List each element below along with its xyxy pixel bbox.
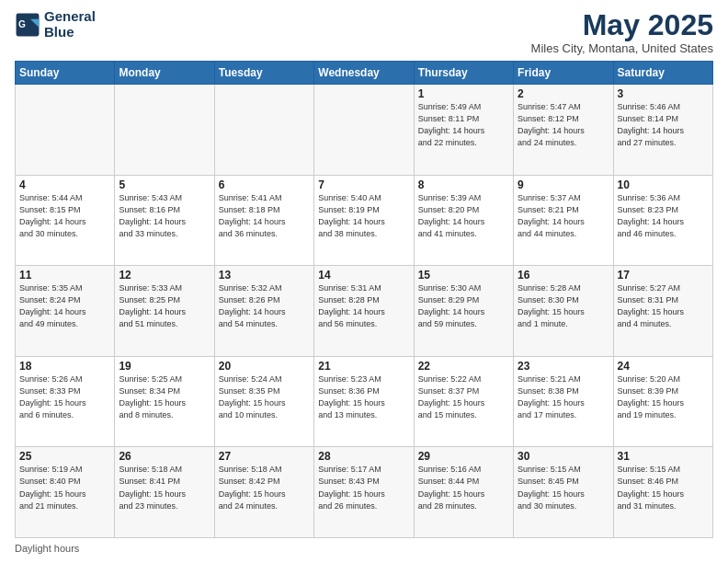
title-block: May 2025 Miles City, Montana, United Sta… [531,9,713,55]
day-info: Sunrise: 5:19 AM Sunset: 8:40 PM Dayligh… [19,464,110,511]
calendar-header-wednesday: Wednesday [314,62,414,85]
day-number: 20 [219,360,310,373]
calendar-cell-w5-d2: 26Sunrise: 5:18 AM Sunset: 8:41 PM Dayli… [115,447,214,538]
calendar-cell-w2-d2: 5Sunrise: 5:43 AM Sunset: 8:16 PM Daylig… [115,175,214,266]
day-number: 18 [19,360,110,373]
day-number: 23 [518,360,609,373]
day-info: Sunrise: 5:36 AM Sunset: 8:23 PM Dayligh… [618,192,709,240]
calendar-cell-w4-d4: 21Sunrise: 5:23 AM Sunset: 8:36 PM Dayli… [314,356,414,447]
day-number: 13 [219,269,310,282]
day-number: 25 [19,450,110,463]
calendar-cell-w3-d6: 16Sunrise: 5:28 AM Sunset: 8:30 PM Dayli… [514,266,613,357]
day-number: 4 [19,178,110,191]
calendar-table: SundayMondayTuesdayWednesdayThursdayFrid… [15,61,713,538]
calendar-cell-w3-d1: 11Sunrise: 5:35 AM Sunset: 8:24 PM Dayli… [16,266,115,357]
calendar-cell-w4-d5: 22Sunrise: 5:22 AM Sunset: 8:37 PM Dayli… [414,356,513,447]
day-info: Sunrise: 5:21 AM Sunset: 8:38 PM Dayligh… [518,373,609,421]
calendar-week-2: 4Sunrise: 5:44 AM Sunset: 8:15 PM Daylig… [16,175,713,266]
calendar-cell-w5-d4: 28Sunrise: 5:17 AM Sunset: 8:43 PM Dayli… [314,447,414,538]
day-number: 15 [418,269,509,282]
calendar-cell-w4-d2: 19Sunrise: 5:25 AM Sunset: 8:34 PM Dayli… [115,356,214,447]
calendar-cell-w4-d7: 24Sunrise: 5:20 AM Sunset: 8:39 PM Dayli… [613,356,712,447]
day-info: Sunrise: 5:46 AM Sunset: 8:14 PM Dayligh… [618,101,709,149]
calendar-cell-w4-d3: 20Sunrise: 5:24 AM Sunset: 8:35 PM Dayli… [214,356,313,447]
calendar-cell-w1-d5: 1Sunrise: 5:49 AM Sunset: 8:11 PM Daylig… [414,85,513,176]
calendar-cell-w1-d7: 3Sunrise: 5:46 AM Sunset: 8:14 PM Daylig… [613,85,712,176]
calendar-header-saturday: Saturday [613,62,712,85]
calendar-cell-w2-d4: 7Sunrise: 5:40 AM Sunset: 8:19 PM Daylig… [314,175,414,266]
day-number: 27 [219,450,310,463]
calendar-cell-w4-d6: 23Sunrise: 5:21 AM Sunset: 8:38 PM Dayli… [514,356,613,447]
day-info: Sunrise: 5:23 AM Sunset: 8:36 PM Dayligh… [318,373,409,421]
day-info: Sunrise: 5:44 AM Sunset: 8:15 PM Dayligh… [19,192,110,240]
svg-text:G: G [18,19,26,29]
day-number: 21 [318,360,409,373]
day-number: 3 [618,87,709,100]
day-info: Sunrise: 5:15 AM Sunset: 8:45 PM Dayligh… [518,464,609,511]
calendar-cell-w5-d7: 31Sunrise: 5:15 AM Sunset: 8:46 PM Dayli… [613,447,712,538]
day-number: 8 [418,178,509,191]
calendar-cell-w2-d1: 4Sunrise: 5:44 AM Sunset: 8:15 PM Daylig… [16,175,115,266]
day-number: 5 [119,178,210,191]
calendar-week-4: 18Sunrise: 5:26 AM Sunset: 8:33 PM Dayli… [16,356,713,447]
day-info: Sunrise: 5:40 AM Sunset: 8:19 PM Dayligh… [318,192,409,240]
day-number: 30 [518,450,609,463]
calendar-header-sunday: Sunday [16,62,115,85]
day-number: 22 [418,360,509,373]
day-info: Sunrise: 5:20 AM Sunset: 8:39 PM Dayligh… [618,373,709,421]
day-info: Sunrise: 5:15 AM Sunset: 8:46 PM Dayligh… [618,464,709,511]
day-info: Sunrise: 5:31 AM Sunset: 8:28 PM Dayligh… [318,282,409,330]
main-title: May 2025 [531,9,713,41]
calendar-header-monday: Monday [115,62,214,85]
logo: G General Blue [15,9,96,40]
day-info: Sunrise: 5:49 AM Sunset: 8:11 PM Dayligh… [418,101,509,149]
calendar-cell-w2-d6: 9Sunrise: 5:37 AM Sunset: 8:21 PM Daylig… [514,175,613,266]
day-number: 26 [119,450,210,463]
day-number: 7 [318,178,409,191]
day-number: 19 [119,360,210,373]
page: G General Blue May 2025 Miles City, Mont… [0,0,728,563]
day-number: 17 [618,269,709,282]
day-info: Sunrise: 5:26 AM Sunset: 8:33 PM Dayligh… [19,373,110,421]
calendar-cell-w5-d5: 29Sunrise: 5:16 AM Sunset: 8:44 PM Dayli… [414,447,513,538]
calendar-cell-w1-d3 [214,85,313,176]
day-number: 12 [119,269,210,282]
day-number: 9 [518,178,609,191]
day-info: Sunrise: 5:18 AM Sunset: 8:41 PM Dayligh… [119,464,210,511]
day-info: Sunrise: 5:16 AM Sunset: 8:44 PM Dayligh… [418,464,509,511]
day-info: Sunrise: 5:18 AM Sunset: 8:42 PM Dayligh… [219,464,310,511]
calendar-header-thursday: Thursday [414,62,513,85]
day-info: Sunrise: 5:30 AM Sunset: 8:29 PM Dayligh… [418,282,509,330]
day-number: 11 [19,269,110,282]
day-info: Sunrise: 5:33 AM Sunset: 8:25 PM Dayligh… [119,282,210,330]
calendar-cell-w1-d1 [16,85,115,176]
day-info: Sunrise: 5:27 AM Sunset: 8:31 PM Dayligh… [618,282,709,330]
day-number: 14 [318,269,409,282]
day-info: Sunrise: 5:39 AM Sunset: 8:20 PM Dayligh… [418,192,509,240]
day-info: Sunrise: 5:41 AM Sunset: 8:18 PM Dayligh… [219,192,310,240]
calendar-cell-w5-d1: 25Sunrise: 5:19 AM Sunset: 8:40 PM Dayli… [16,447,115,538]
calendar-header-friday: Friday [514,62,613,85]
calendar-cell-w1-d6: 2Sunrise: 5:47 AM Sunset: 8:12 PM Daylig… [514,85,613,176]
day-number: 28 [318,450,409,463]
footer: Daylight hours [15,543,713,554]
day-info: Sunrise: 5:22 AM Sunset: 8:37 PM Dayligh… [418,373,509,421]
calendar-cell-w3-d2: 12Sunrise: 5:33 AM Sunset: 8:25 PM Dayli… [115,266,214,357]
calendar-cell-w2-d7: 10Sunrise: 5:36 AM Sunset: 8:23 PM Dayli… [613,175,712,266]
calendar-cell-w3-d7: 17Sunrise: 5:27 AM Sunset: 8:31 PM Dayli… [613,266,712,357]
calendar-cell-w5-d3: 27Sunrise: 5:18 AM Sunset: 8:42 PM Dayli… [214,447,313,538]
day-number: 31 [618,450,709,463]
day-info: Sunrise: 5:32 AM Sunset: 8:26 PM Dayligh… [219,282,310,330]
day-number: 24 [618,360,709,373]
day-info: Sunrise: 5:24 AM Sunset: 8:35 PM Dayligh… [219,373,310,421]
day-info: Sunrise: 5:43 AM Sunset: 8:16 PM Dayligh… [119,192,210,240]
day-info: Sunrise: 5:47 AM Sunset: 8:12 PM Dayligh… [518,101,609,149]
calendar-cell-w5-d6: 30Sunrise: 5:15 AM Sunset: 8:45 PM Dayli… [514,447,613,538]
day-number: 2 [518,87,609,100]
calendar-header-tuesday: Tuesday [214,62,313,85]
day-number: 16 [518,269,609,282]
calendar-cell-w1-d2 [115,85,214,176]
calendar-week-5: 25Sunrise: 5:19 AM Sunset: 8:40 PM Dayli… [16,447,713,538]
day-number: 1 [418,87,509,100]
day-info: Sunrise: 5:37 AM Sunset: 8:21 PM Dayligh… [518,192,609,240]
